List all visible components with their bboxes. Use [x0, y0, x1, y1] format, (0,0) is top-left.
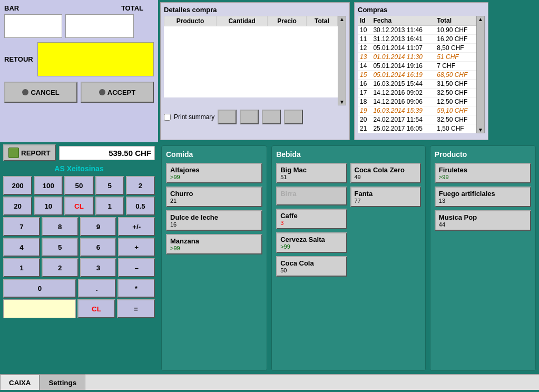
- compras-scrollbar[interactable]: ▲ ▼: [476, 16, 485, 133]
- total-display: 539.50 CHF: [59, 146, 155, 160]
- product-button[interactable]: Big Mac51: [276, 163, 347, 183]
- compras-col-id: Id: [358, 16, 371, 26]
- total-input[interactable]: [65, 14, 134, 38]
- table-row: 1714.12.2016 09:0232,50 CHF: [358, 89, 476, 97]
- calc-1-num[interactable]: 1: [3, 258, 40, 277]
- calc-50[interactable]: 50: [64, 176, 93, 195]
- product-button[interactable]: Birra: [276, 187, 347, 205]
- calc-0[interactable]: 0: [3, 279, 76, 298]
- calc-8[interactable]: 8: [42, 217, 79, 236]
- calc-1[interactable]: 1: [95, 197, 124, 215]
- print-btn-3[interactable]: [262, 110, 281, 124]
- print-btn-4[interactable]: [284, 110, 303, 124]
- product-count: 3: [280, 220, 283, 226]
- retour-label: RETOUR: [4, 55, 33, 63]
- table-row: 1405.01.2014 19:167 CHF: [358, 62, 476, 71]
- tab-caixa[interactable]: CAIXA: [0, 375, 40, 390]
- product-button[interactable]: Coca Cola50: [276, 256, 347, 277]
- detalles-scrollbar[interactable]: ▲ ▼: [338, 16, 346, 105]
- calc-minus[interactable]: –: [118, 258, 155, 277]
- calc-9[interactable]: 9: [80, 217, 117, 236]
- calc-5-num[interactable]: 5: [42, 238, 79, 257]
- bebida-title: Bebida: [276, 150, 421, 159]
- print-summary-checkbox[interactable]: [164, 114, 171, 121]
- product-button[interactable]: Churro21: [166, 187, 262, 207]
- table-row: 1505.01.2014 16:1968,50 CHF: [358, 71, 476, 80]
- calc-10[interactable]: 10: [34, 197, 63, 215]
- report-label: REPORT: [21, 149, 51, 157]
- bar-label: BAR: [4, 4, 19, 12]
- bebida-panel: Bebida Big Mac51BirraCaffe3Cerveza Salta…: [271, 145, 426, 371]
- product-name: Caffe: [280, 212, 298, 220]
- product-button[interactable]: Coca Cola Zero49: [350, 163, 421, 183]
- product-name: Big Mac: [280, 166, 307, 174]
- product-button[interactable]: Fuego artificiales13: [435, 187, 531, 207]
- print-btn-1[interactable]: [218, 110, 237, 124]
- product-button[interactable]: Manzana>99: [166, 234, 262, 254]
- calc-4[interactable]: 4: [3, 238, 40, 257]
- product-name: Coca Cola: [280, 259, 314, 267]
- product-button[interactable]: Dulce de leche16: [166, 210, 262, 231]
- table-row: 1814.12.2016 09:0612,50 CHF: [358, 97, 476, 106]
- calc-20[interactable]: 20: [3, 197, 32, 215]
- calc-cl-bottom[interactable]: CL: [77, 299, 115, 318]
- compras-table: Id Fecha Total 1030.12.2013 11:4610,90 C…: [358, 16, 476, 133]
- calc-star[interactable]: *: [117, 279, 155, 298]
- detalles-table: Producto Cantidad Precio Total: [164, 16, 338, 97]
- calc-equals[interactable]: =: [117, 299, 155, 318]
- table-row: 1131.12.2013 16:4116,20 CHF: [358, 35, 476, 44]
- calc-plus[interactable]: +: [118, 238, 155, 257]
- product-count: 50: [280, 267, 287, 273]
- cancel-button[interactable]: CANCEL: [4, 82, 77, 103]
- calc-2-num[interactable]: 2: [42, 258, 79, 277]
- product-name: Coca Cola Zero: [355, 166, 405, 174]
- calc-200[interactable]: 200: [3, 176, 32, 195]
- product-button[interactable]: Firuletes>99: [435, 163, 531, 183]
- col-cantidad: Cantidad: [217, 16, 268, 26]
- comida-title: Comida: [166, 150, 262, 159]
- compras-scroll-up-icon[interactable]: ▲: [477, 16, 484, 22]
- detalles-title: Detalles compra: [164, 6, 346, 14]
- calc-5[interactable]: 5: [95, 176, 124, 195]
- calc-6[interactable]: 6: [80, 238, 117, 257]
- accept-label: ACCEPT: [107, 89, 135, 96]
- product-count: 49: [355, 174, 361, 180]
- product-name: Alfajores: [170, 166, 200, 174]
- report-icon: [8, 148, 19, 158]
- tab-settings[interactable]: Settings: [40, 375, 85, 390]
- calc-cl-top[interactable]: CL: [64, 197, 93, 215]
- product-count: >99: [170, 245, 180, 251]
- product-count: 13: [439, 198, 445, 204]
- scroll-up-icon[interactable]: ▲: [338, 16, 346, 22]
- scroll-down-icon[interactable]: ▼: [338, 99, 346, 105]
- calc-dot[interactable]: .: [78, 279, 116, 298]
- print-btn-2[interactable]: [240, 110, 259, 124]
- product-name: Dulce de leche: [170, 213, 218, 221]
- report-button[interactable]: REPORT: [3, 144, 56, 161]
- calc-7[interactable]: 7: [3, 217, 40, 236]
- product-name: Churro: [170, 190, 193, 198]
- comida-panel: Comida Alfajores>99Churro21Dulce de lech…: [161, 145, 267, 371]
- product-count: >99: [280, 243, 290, 250]
- product-button[interactable]: Musica Pop44: [435, 210, 531, 231]
- product-name: Cerveza Salta: [280, 236, 325, 243]
- accept-button[interactable]: ACCEPT: [81, 82, 154, 103]
- cancel-circle-icon: [22, 89, 28, 95]
- product-button[interactable]: Caffe3: [276, 209, 347, 229]
- product-button[interactable]: Fanta77: [350, 187, 421, 207]
- product-button[interactable]: Cerveza Salta>99: [276, 232, 347, 253]
- compras-scroll-down-icon[interactable]: ▼: [477, 127, 484, 133]
- calc-3[interactable]: 3: [80, 258, 117, 277]
- bar-input[interactable]: [4, 14, 62, 38]
- product-count: 51: [280, 174, 287, 180]
- table-row: 1301.01.2014 11:3051 CHF: [358, 53, 476, 62]
- product-button[interactable]: Alfajores>99: [166, 163, 262, 183]
- calc-0-5[interactable]: 0.5: [126, 197, 155, 215]
- total-label: TOTAL: [121, 4, 143, 12]
- col-producto: Producto: [164, 16, 217, 26]
- product-name: Fuego artificiales: [439, 190, 495, 198]
- calc-plusminus[interactable]: +/-: [118, 217, 155, 236]
- calc-100[interactable]: 100: [34, 176, 63, 195]
- company-name: AS Xeitosinas: [0, 163, 158, 174]
- calc-2[interactable]: 2: [126, 176, 155, 195]
